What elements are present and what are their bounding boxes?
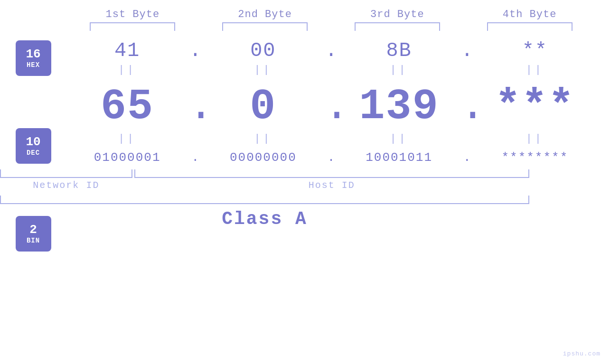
dec-badge-num: 10 (26, 135, 40, 149)
hex-val-4: ** (474, 39, 596, 62)
equals-row-2: || || || || (66, 131, 596, 147)
bottom-bracket-row (0, 169, 529, 178)
top-bracket-row (0, 22, 610, 31)
dec-badge: 10 DEC (16, 128, 51, 164)
bin-row: 01000001 . 00000000 . 10001011 . *******… (66, 147, 596, 165)
hex-row: 41 . 00 . 8B . ** (66, 31, 596, 62)
class-label: Class A (222, 209, 308, 229)
network-id-label: Network ID (0, 180, 132, 191)
dot-dec-2: . (324, 85, 338, 128)
eq-2-1: || (66, 133, 188, 145)
byte-label-1: 1st Byte (66, 9, 199, 20)
hex-val-2: 00 (202, 39, 324, 62)
byte-label-4: 4th Byte (463, 9, 596, 20)
dec-val-4: *** (474, 83, 596, 131)
dot-hex-2: . (324, 39, 338, 62)
bottom-section: Network ID Host ID Class A (0, 165, 529, 229)
top-bracket-2 (222, 22, 308, 31)
hex-badge-label: HEX (27, 61, 40, 69)
bin-val-4: ******** (474, 150, 596, 165)
hex-val-3: 8B (338, 39, 460, 62)
eq-1-4: || (474, 64, 596, 76)
host-id-bracket (134, 169, 529, 178)
big-bracket-row (0, 196, 529, 204)
dot-bin-1: . (188, 150, 202, 165)
bin-val-1: 01000001 (66, 150, 188, 165)
dot-dec-1: . (188, 85, 202, 128)
bin-val-3: 10001011 (338, 150, 460, 165)
hex-badge: 16 HEX (16, 40, 51, 76)
watermark: ipshu.com (563, 350, 601, 357)
eq-1-1: || (66, 64, 188, 76)
top-bracket-1 (90, 22, 175, 31)
hex-badge-num: 16 (26, 47, 40, 61)
byte-label-2: 2nd Byte (199, 9, 331, 20)
hex-val-1: 41 (66, 39, 188, 62)
byte-label-3: 3rd Byte (331, 9, 464, 20)
header-row: 1st Byte 2nd Byte 3rd Byte 4th Byte (0, 0, 610, 20)
equals-row-1: || || || || (66, 62, 596, 78)
dec-val-2: 0 (202, 83, 324, 131)
dot-dec-3: . (460, 85, 474, 128)
main-container: 1st Byte 2nd Byte 3rd Byte 4th Byte 16 H… (0, 0, 610, 364)
dot-bin-3: . (460, 150, 474, 165)
bin-badge-label: BIN (27, 237, 40, 244)
bracket-col-3 (331, 22, 464, 31)
eq-2-3: || (338, 133, 460, 145)
bracket-col-1 (66, 22, 199, 31)
dec-val-1: 65 (66, 83, 188, 131)
eq-2-4: || (474, 133, 596, 145)
big-bracket (0, 196, 529, 204)
bracket-col-4 (463, 22, 596, 31)
top-bracket-3 (355, 22, 440, 31)
dot-hex-3: . (460, 39, 474, 62)
bottom-labels: Network ID Host ID (0, 180, 529, 191)
bracket-col-2 (199, 22, 331, 31)
data-area: 41 . 00 . 8B . ** || || || || 65 (66, 31, 610, 229)
dec-val-3: 139 (338, 83, 460, 131)
eq-2-2: || (202, 133, 324, 145)
host-id-label: Host ID (134, 180, 529, 191)
eq-1-3: || (338, 64, 460, 76)
dot-bin-2: . (324, 150, 338, 165)
top-bracket-4 (487, 22, 572, 31)
bin-val-2: 00000000 (202, 150, 324, 165)
dec-badge-label: DEC (27, 149, 40, 157)
dot-hex-1: . (188, 39, 202, 62)
eq-1-2: || (202, 64, 324, 76)
network-id-bracket (0, 169, 132, 178)
dec-row: 65 . 0 . 139 . *** (66, 78, 596, 131)
class-row: Class A (0, 209, 529, 229)
content-area: 16 HEX 10 DEC 2 BIN 41 . 00 . 8B . ** (0, 31, 610, 364)
